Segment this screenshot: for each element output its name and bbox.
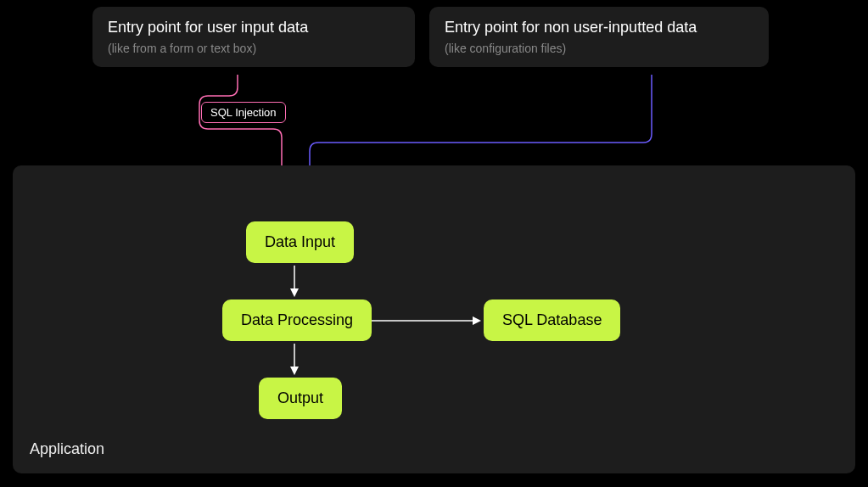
entry-user-input: Entry point for user input data (like fr…	[92, 7, 415, 67]
application-label: Application	[30, 440, 104, 458]
entry-non-user-input-subtitle: (like configuration files)	[445, 42, 753, 55]
node-data-processing-label: Data Processing	[241, 311, 353, 328]
node-output-label: Output	[277, 389, 323, 406]
entry-user-input-title: Entry point for user input data	[108, 19, 400, 36]
entry-user-input-subtitle: (like from a form or text box)	[108, 42, 400, 55]
entry-non-user-input: Entry point for non user-inputted data (…	[429, 7, 769, 67]
sql-injection-label: SQL Injection	[210, 106, 277, 119]
application-container: Application	[13, 165, 855, 473]
node-data-processing: Data Processing	[222, 299, 372, 341]
sql-injection-badge: SQL Injection	[201, 102, 286, 123]
node-data-input-label: Data Input	[265, 233, 335, 250]
entry-non-user-input-title: Entry point for non user-inputted data	[445, 19, 753, 36]
node-data-input: Data Input	[246, 221, 354, 263]
node-sql-database: SQL Database	[484, 299, 620, 341]
node-output: Output	[259, 378, 342, 419]
node-sql-database-label: SQL Database	[502, 311, 602, 328]
